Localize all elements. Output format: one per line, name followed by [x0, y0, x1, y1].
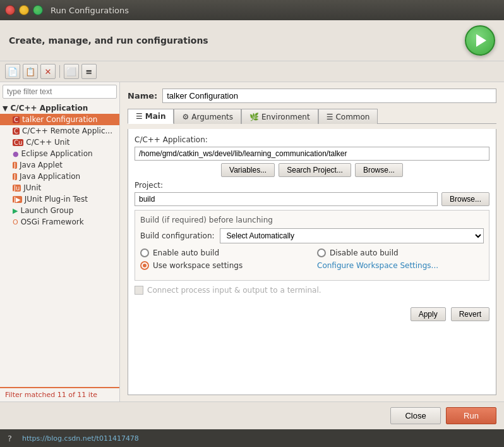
duplicate-btn[interactable]: 📋: [23, 64, 38, 79]
tree-item-java-app[interactable]: J Java Application: [0, 171, 119, 182]
osgi-icon: O: [13, 218, 18, 226]
build-config-label: Build configuration:: [140, 231, 215, 240]
tree-item-label: OSGi Framework: [21, 217, 84, 226]
title-bar: Run Configurations: [0, 0, 504, 20]
launch-group-icon: ▶: [13, 207, 18, 215]
radio-workspace[interactable]: Use workspace settings: [140, 261, 307, 270]
tab-arguments-label: Arguments: [191, 113, 233, 121]
tree-item-junit[interactable]: Ju JUnit: [0, 182, 119, 193]
build-title: Build (if required) before launching: [140, 216, 484, 224]
apply-btn[interactable]: Apply: [411, 307, 446, 321]
tree-item-label: C/C++ Unit: [26, 138, 69, 147]
action-row: Apply Revert: [135, 295, 489, 321]
tab-common[interactable]: ☰ Common: [318, 109, 378, 124]
tree-item-osgi[interactable]: O OSGi Framework: [0, 216, 119, 228]
tree-category-label: C/C++ Application: [10, 104, 88, 113]
browse-cpp-btn[interactable]: Browse...: [355, 163, 403, 177]
collapse-btn[interactable]: ≡: [81, 64, 97, 79]
browse-project-btn[interactable]: Browse...: [441, 192, 489, 206]
tree-item-label: JUnit: [23, 183, 41, 192]
right-panel: Name: ☰ Main ⚙ Arguments 🌿 Environment: [120, 82, 504, 401]
close-window-btn[interactable]: [5, 5, 15, 15]
tab-main[interactable]: ☰ Main: [128, 109, 174, 124]
java-applet-icon: J: [13, 162, 17, 169]
tree-item-junit-plugin[interactable]: J▶ JUnit Plug-in Test: [0, 193, 119, 205]
filter-status: Filter matched 11 of 11 ite: [0, 387, 119, 401]
maximize-btn[interactable]: [33, 5, 43, 15]
project-input[interactable]: [135, 192, 438, 206]
radio-disable-circle: [317, 248, 326, 257]
name-row: Name:: [128, 89, 496, 103]
help-icon[interactable]: ?: [8, 434, 12, 443]
cpp-btn-row: Variables... Search Project... Browse...: [135, 163, 489, 177]
tab-environment-icon: 🌿: [249, 113, 259, 121]
tree-item-label: JUnit Plug-in Test: [25, 195, 88, 204]
java-app-icon: J: [13, 173, 17, 180]
radio-disable-auto[interactable]: Disable auto build: [317, 248, 484, 257]
tree-item-label: Launch Group: [20, 206, 73, 215]
toolbar-separator: [59, 65, 60, 78]
tree-item-eclipse[interactable]: ● Eclipse Application: [0, 148, 119, 159]
tab-content-main: C/C++ Application: Variables... Search P…: [128, 129, 496, 395]
cpp-app-section: C/C++ Application: Variables... Search P…: [135, 135, 489, 177]
tabs: ☰ Main ⚙ Arguments 🌿 Environment ☰ Commo…: [128, 108, 496, 124]
minimize-btn[interactable]: [19, 5, 29, 15]
connect-terminal-checkbox[interactable]: [135, 286, 143, 295]
delete-btn[interactable]: ✕: [40, 64, 56, 79]
cpp-icon: C: [13, 116, 20, 123]
radio-enable-label: Enable auto build: [153, 248, 219, 257]
tree-area: ▼ C/C++ Application C talker Configurati…: [0, 101, 119, 387]
build-config-row: Build configuration: Select Automaticall…: [140, 228, 484, 243]
tree-item-applet[interactable]: J Java Applet: [0, 159, 119, 171]
build-config-select[interactable]: Select Automatically Debug Release: [220, 228, 484, 243]
cpp-unit-icon: Cu: [13, 139, 23, 146]
tree-item-unit[interactable]: Cu C/C++ Unit: [0, 137, 119, 148]
run-triangle-icon: [476, 34, 486, 47]
radio-disable-label: Disable auto build: [330, 248, 399, 257]
run-configurations-window: Run Configurations Create, manage, and r…: [0, 0, 504, 447]
workspace-link-item: Configure Workspace Settings...: [317, 261, 484, 270]
radio-enable-auto[interactable]: Enable auto build: [140, 248, 307, 257]
radio-group: Enable auto build Disable auto build Use…: [140, 248, 484, 270]
close-btn[interactable]: Close: [390, 407, 441, 424]
cpp-remote-icon: C: [13, 128, 20, 135]
connect-terminal-row: Connect process input & output to a term…: [135, 286, 489, 295]
build-section: Build (if required) before launching Bui…: [135, 210, 489, 281]
cpp-app-label: C/C++ Application:: [135, 135, 489, 144]
workspace-settings-link[interactable]: Configure Workspace Settings...: [317, 261, 438, 270]
tree-item-launch-group[interactable]: ▶ Launch Group: [0, 205, 119, 216]
tree-item-label: Java Application: [20, 172, 80, 181]
tab-environment-label: Environment: [261, 113, 310, 121]
cpp-app-path-input[interactable]: [135, 147, 489, 161]
name-input[interactable]: [162, 89, 496, 103]
tree-item-remote[interactable]: C C/C++ Remote Applic...: [0, 125, 119, 137]
footer-bar: ? https://blog.csdn.net/t011417478: [0, 429, 504, 447]
tab-arguments[interactable]: ⚙ Arguments: [174, 109, 241, 124]
bottom-bar: Close Run: [0, 401, 504, 429]
revert-btn[interactable]: Revert: [451, 307, 489, 321]
toolbar: 📄 📋 ✕ ⬜ ≡: [0, 61, 504, 82]
header-subtitle: Create, manage, and run configurations: [9, 35, 208, 46]
variables-btn[interactable]: Variables...: [221, 163, 275, 177]
search-project-btn[interactable]: Search Project...: [279, 163, 351, 177]
project-label: Project:: [135, 181, 489, 190]
tree-item-talker[interactable]: C talker Configuration: [0, 114, 119, 125]
name-label: Name:: [128, 91, 157, 101]
tab-main-icon: ☰: [136, 112, 143, 121]
radio-workspace-label: Use workspace settings: [153, 261, 243, 270]
project-row: Browse...: [135, 192, 489, 206]
tab-main-label: Main: [145, 112, 166, 121]
connect-terminal-label: Connect process input & output to a term…: [147, 286, 321, 295]
footer-url: https://blog.csdn.net/t011417478: [22, 434, 139, 443]
run-btn[interactable]: Run: [446, 407, 496, 424]
tab-environment[interactable]: 🌿 Environment: [241, 109, 318, 124]
run-header-btn[interactable]: [465, 25, 495, 56]
tree-item-label: Java Applet: [20, 161, 63, 169]
tree-item-label: talker Configuration: [22, 115, 97, 124]
junit-plugin-icon: J▶: [13, 196, 22, 203]
new-config-btn[interactable]: 📄: [5, 64, 20, 79]
filter-input[interactable]: [3, 85, 117, 99]
tree-category-cpp[interactable]: ▼ C/C++ Application: [0, 102, 119, 114]
filter-btn[interactable]: ⬜: [64, 64, 79, 79]
tab-common-label: Common: [335, 113, 369, 121]
